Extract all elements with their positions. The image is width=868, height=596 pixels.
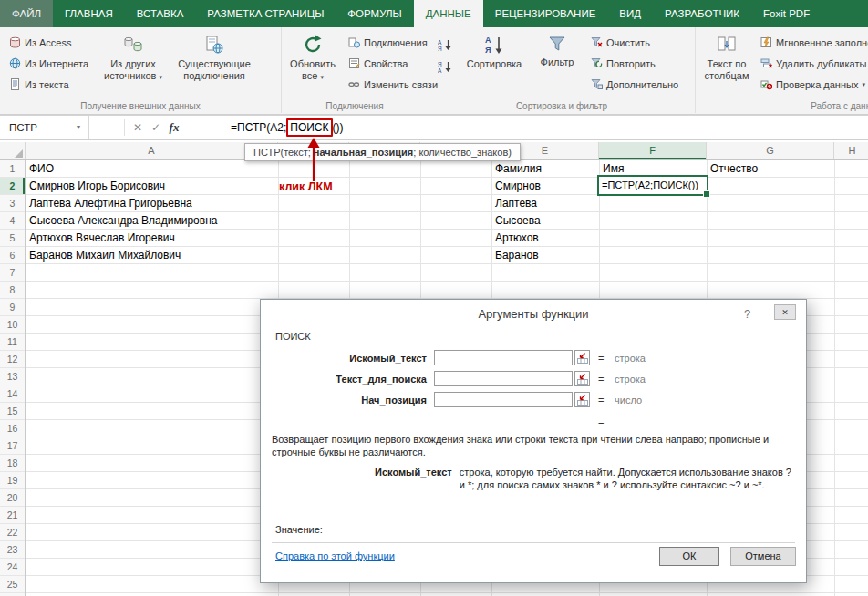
column-header-a[interactable]: A (26, 142, 278, 159)
name-box-caret-icon[interactable]: ▾ (77, 116, 80, 139)
from-access-button[interactable]: Из Access (5, 33, 75, 52)
row-header[interactable]: 12 (0, 351, 25, 368)
row-header[interactable]: 24 (0, 559, 25, 576)
data-validation-button[interactable]: Проверка данных ▾ (757, 75, 868, 94)
tab-review[interactable]: РЕЦЕНЗИРОВАНИЕ (483, 0, 608, 27)
tab-view[interactable]: ВИД (607, 0, 653, 27)
close-button[interactable]: ✕ (774, 304, 796, 320)
cell-e4[interactable]: Сысоева (495, 212, 541, 230)
row-header[interactable]: 6 (0, 247, 25, 264)
confirm-entry-button[interactable]: ✓ (148, 116, 164, 139)
sort-descending-button[interactable]: ЯА (434, 57, 461, 76)
column-header-f[interactable]: F (599, 142, 707, 159)
row-header[interactable]: 17 (0, 437, 25, 455)
cell-a5[interactable]: Артюхов Вячеслав Игоревич (29, 230, 175, 247)
row-header[interactable]: 14 (0, 385, 25, 403)
tab-file[interactable]: ФАЙЛ (0, 0, 53, 27)
column-header-g[interactable]: G (707, 142, 834, 159)
filter-button[interactable]: Фильтр (531, 31, 584, 108)
cell-e6[interactable]: Баранов (495, 247, 539, 264)
other-sources-button[interactable]: Из других источников ▾ (98, 31, 168, 108)
advanced-filter-button[interactable]: Дополнительно (587, 75, 682, 94)
cancel-button[interactable]: Отмена (730, 547, 796, 566)
cell-a4[interactable]: Сысоева Александра Владимировна (29, 212, 217, 230)
existing-connections-button[interactable]: Существующие подключения (171, 31, 257, 108)
clear-filter-button[interactable]: Очистить (587, 33, 654, 52)
range-picker-button[interactable] (574, 371, 590, 386)
sort-button[interactable]: АЯ Сортировка (461, 31, 527, 108)
tekst-dlya-poiska-input[interactable] (434, 371, 573, 386)
cell-a1[interactable]: ФИО (29, 160, 54, 178)
svg-text:А: А (438, 38, 442, 45)
cell-a2[interactable]: Смирнов Игорь Борисович (29, 178, 165, 195)
row-header[interactable]: 22 (0, 524, 25, 541)
row-header[interactable]: 16 (0, 420, 25, 437)
row-header[interactable]: 18 (0, 455, 25, 472)
cell-a6[interactable]: Баранов Михаил Михайлович (29, 247, 181, 264)
iskomy-tekst-input[interactable] (434, 350, 573, 365)
flash-fill-button[interactable]: Мгновенное заполнение (757, 33, 868, 52)
row-header[interactable]: 21 (0, 507, 25, 524)
cell-e5[interactable]: Артюхов (495, 230, 539, 247)
row-header[interactable]: 10 (0, 316, 25, 334)
selected-cell-f2[interactable]: =ПСТР(A2;ПОИСК()) (597, 175, 708, 196)
tab-data[interactable]: ДАННЫЕ (414, 0, 483, 27)
from-text-button[interactable]: Из текста (5, 75, 73, 94)
row-header[interactable]: 9 (0, 299, 25, 316)
ok-button[interactable]: ОК (659, 547, 719, 566)
row-header[interactable]: 3 (0, 195, 25, 212)
tab-insert[interactable]: ВСТАВКА (125, 0, 196, 27)
row-header[interactable]: 2 (0, 178, 25, 195)
argument-label: Нач_позиция (261, 392, 427, 408)
refresh-all-button[interactable]: Обновить все ▾ (284, 31, 341, 108)
cell-e3[interactable]: Лаптева (495, 195, 537, 212)
cell-a3[interactable]: Лаптева Алефтина Григорьевна (29, 195, 192, 212)
tab-home[interactable]: ГЛАВНАЯ (53, 0, 125, 27)
from-internet-button[interactable]: Из Интернета (5, 54, 92, 73)
equals-sign: = (598, 371, 604, 387)
cell-e1[interactable]: Фамилия (495, 160, 542, 178)
fill-handle[interactable] (703, 190, 710, 198)
nach-pozitsiya-input[interactable] (434, 392, 573, 407)
range-picker-button[interactable] (574, 350, 590, 365)
row-header[interactable]: 8 (0, 282, 25, 299)
sort-ascending-button[interactable]: АЯ (434, 35, 461, 54)
range-picker-icon (577, 353, 588, 364)
cell-g1[interactable]: Отчество (710, 160, 758, 178)
row-header[interactable]: 23 (0, 541, 25, 559)
range-picker-button[interactable] (574, 392, 590, 407)
remove-duplicates-button[interactable]: Удалить дубликаты (757, 54, 868, 73)
row-headers: 1234567891011121314151617181920212223242… (0, 160, 26, 596)
dropdown-caret-icon: ▾ (159, 74, 162, 80)
cancel-entry-button[interactable]: ✕ (129, 116, 146, 139)
row-header[interactable]: 5 (0, 230, 25, 247)
tab-formulas[interactable]: ФОРМУЛЫ (336, 0, 413, 27)
reapply-filter-button[interactable]: Повторить (587, 54, 659, 73)
tab-page-layout[interactable]: РАЗМЕТКА СТРАНИЦЫ (195, 0, 336, 27)
tab-developer[interactable]: РАЗРАБОТЧИК (653, 0, 751, 27)
cell-e2[interactable]: Смирнов (495, 178, 541, 195)
column-header-h[interactable]: H (834, 142, 868, 159)
row-header[interactable]: 1 (0, 160, 25, 178)
insert-function-button[interactable]: fx (166, 116, 182, 139)
row-header[interactable]: 15 (0, 403, 25, 420)
value-label: Значение: (275, 524, 323, 535)
connections-button[interactable]: Подключения (345, 33, 431, 52)
function-arguments-dialog: Аргументы функции ? ✕ ПОИСК Искомый_текс… (260, 299, 807, 583)
row-header[interactable]: 7 (0, 264, 25, 282)
formula-input[interactable]: =ПСТР(A2;ПОИСК()) (231, 116, 344, 139)
ribbon-group-connections: Обновить все ▾ Подключения Свойства Изме… (281, 27, 429, 113)
row-header[interactable]: 4 (0, 212, 25, 230)
row-header[interactable]: 11 (0, 334, 25, 351)
help-icon[interactable]: ? (744, 307, 750, 321)
row-header[interactable]: 19 (0, 472, 25, 489)
text-to-columns-button[interactable]: Текст по столбцам (698, 31, 755, 108)
row-header[interactable]: 20 (0, 489, 25, 507)
edit-links-button[interactable]: Изменить связи (345, 75, 441, 94)
row-header[interactable]: 25 (0, 576, 25, 593)
select-all-corner[interactable] (0, 142, 26, 159)
row-header[interactable]: 13 (0, 368, 25, 385)
function-help-link[interactable]: Справка по этой функции (275, 550, 395, 561)
tab-foxit-pdf[interactable]: Foxit PDF (751, 0, 822, 27)
properties-button[interactable]: Свойства (345, 54, 411, 73)
